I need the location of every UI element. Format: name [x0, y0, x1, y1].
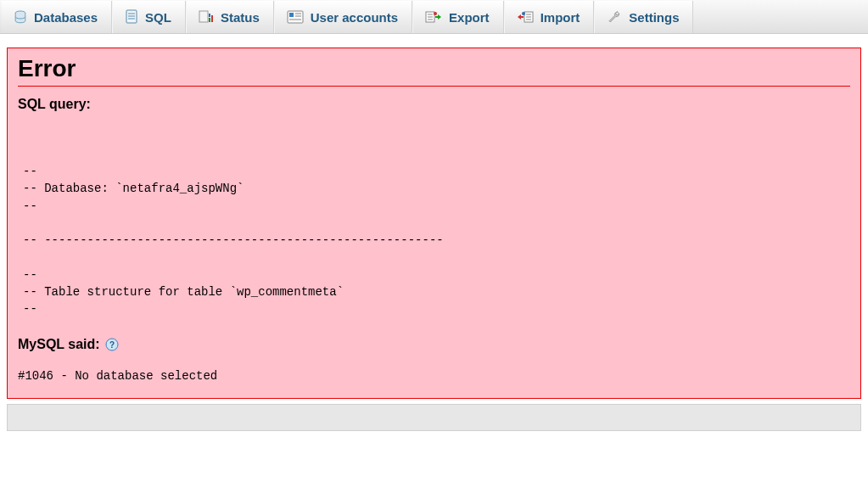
mysql-error-message: #1046 - No database selected: [18, 369, 850, 383]
user-accounts-icon: [287, 10, 304, 24]
sql-icon: [125, 9, 138, 25]
sql-query-label: SQL query:: [18, 97, 850, 112]
sql-query-text: -- -- Database: `netafra4_ajspWNg` -- --…: [23, 163, 850, 318]
tab-label: SQL: [145, 10, 171, 25]
tab-label: Import: [540, 10, 580, 25]
tab-status[interactable]: Status: [186, 1, 274, 33]
tab-user-accounts[interactable]: User accounts: [274, 1, 412, 33]
status-icon: [199, 10, 214, 24]
svg-rect-10: [289, 13, 294, 17]
tab-label: Settings: [629, 10, 679, 25]
export-icon: [425, 10, 442, 24]
svg-rect-5: [199, 11, 208, 22]
tab-import[interactable]: Import: [504, 1, 595, 33]
svg-text:?: ?: [109, 340, 115, 350]
tab-export[interactable]: Export: [412, 1, 504, 33]
svg-point-23: [522, 12, 525, 15]
error-panel: Error SQL query: -- -- Database: `netafr…: [7, 48, 861, 399]
error-heading: Error: [18, 55, 850, 87]
database-icon: [14, 10, 27, 24]
tab-label: Export: [449, 10, 490, 25]
import-icon: [517, 10, 534, 24]
bottom-strip: [7, 404, 861, 431]
svg-rect-7: [211, 15, 213, 22]
svg-rect-8: [209, 14, 210, 17]
main-tabbar: Databases SQL Status: [0, 0, 868, 34]
tab-label: Databases: [34, 10, 98, 25]
tab-label: User accounts: [311, 10, 398, 25]
mysql-said-row: MySQL said: ?: [18, 337, 119, 352]
tab-label: Status: [221, 10, 260, 25]
tab-settings[interactable]: Settings: [594, 1, 693, 33]
tab-databases[interactable]: Databases: [2, 1, 112, 33]
help-icon[interactable]: ?: [105, 338, 119, 351]
mysql-said-label: MySQL said:: [18, 337, 100, 352]
wrench-icon: [607, 9, 622, 25]
tab-sql[interactable]: SQL: [112, 1, 186, 33]
svg-rect-6: [209, 18, 210, 22]
svg-point-18: [434, 12, 437, 15]
